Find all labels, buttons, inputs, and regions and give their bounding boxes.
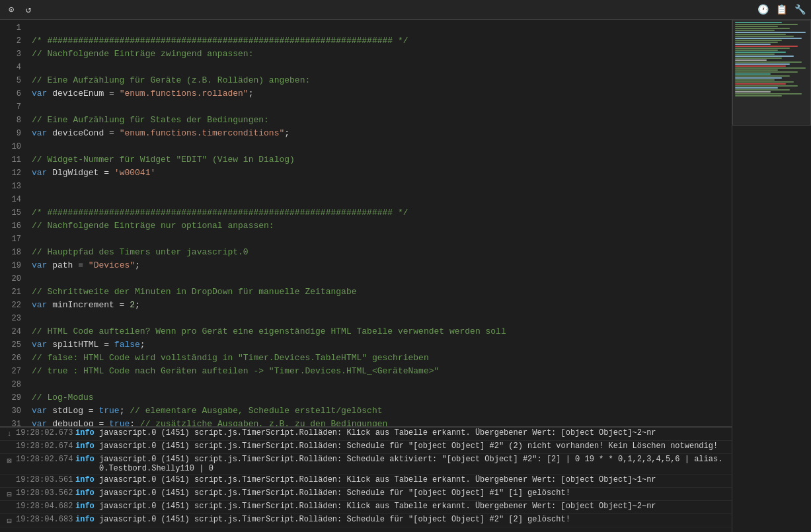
code-line	[32, 312, 732, 325]
log-level: info	[75, 475, 99, 484]
toolbar: ⊙ ↺ 🕐 📋 🔧	[0, 0, 811, 20]
line-number: 22	[5, 299, 21, 312]
log-level: info	[75, 502, 99, 511]
code-line: // Hauptpfad des Timers unter javascript…	[32, 246, 732, 259]
code-line: var debugLog = true; // zusätzliche Ausg…	[32, 418, 732, 426]
log-entry-icon	[3, 475, 16, 476]
code-line: // true : HTML Code nach Geräten aufteil…	[32, 365, 732, 378]
line-number: 8	[5, 114, 21, 127]
code-line: // Widget-Nummer für Widget "EDIT" (View…	[32, 153, 732, 167]
code-line: var minIncrement = 2;	[32, 299, 732, 312]
line-number: 19	[5, 259, 21, 272]
line-number: 18	[5, 246, 21, 259]
line-number: 3	[5, 48, 21, 61]
log-row[interactable]: 19:28:02.674infojavascript.0 (1451) scri…	[0, 441, 732, 454]
code-line	[32, 233, 732, 246]
code-line: var deviceCond = "enum.functions.timerco…	[32, 127, 732, 140]
line-number: 7	[5, 100, 21, 114]
code-line: // Nachfolgende Einträge nur optional an…	[32, 219, 732, 233]
line-number: 28	[5, 378, 21, 391]
target-icon[interactable]: ⊙	[5, 4, 17, 16]
log-row[interactable]: ⊟19:28:03.562infojavascript.0 (1451) scr…	[0, 488, 732, 501]
log-entry-icon: ↓	[3, 428, 16, 439]
toolbar-right: 🕐 📋 🔧	[757, 4, 806, 16]
line-number: 27	[5, 365, 21, 378]
minimap-viewport	[732, 20, 811, 126]
line-number: 21	[5, 285, 21, 299]
log-row[interactable]: ⊠19:28:02.674infojavascript.0 (1451) scr…	[0, 454, 732, 475]
line-number: 20	[5, 272, 21, 285]
code-line	[32, 180, 732, 193]
log-entry-icon: ⊠	[3, 455, 16, 466]
log-time: 19:28:03.562	[16, 488, 75, 498]
code-line: // Nachfolgende Einträge zwingend anpass…	[32, 48, 732, 61]
log-time: 19:28:03.561	[16, 475, 75, 484]
line-number: 25	[5, 338, 21, 352]
line-number: 29	[5, 391, 21, 404]
code-line: // false: HTML Code wird vollständig in …	[32, 352, 732, 365]
list-icon[interactable]: 📋	[775, 4, 787, 16]
log-message: javascript.0 (1451) script.js.TimerScrip…	[99, 502, 729, 511]
log-row[interactable]: ⊟19:28:04.683infojavascript.0 (1451) scr…	[0, 514, 732, 527]
line-number: 24	[5, 325, 21, 338]
line-number: 6	[5, 87, 21, 100]
log-row[interactable]: 19:28:03.561infojavascript.0 (1451) scri…	[0, 475, 732, 488]
log-time: 19:28:04.683	[16, 515, 75, 524]
line-number: 31	[5, 418, 21, 426]
line-number: 1	[5, 21, 21, 34]
code-line	[32, 193, 732, 206]
line-number: 10	[5, 140, 21, 153]
log-entry-icon	[3, 502, 16, 503]
code-line: // Log-Modus	[32, 391, 732, 404]
log-entry-icon	[3, 441, 16, 443]
code-line: // Schrittweite der Minuten in DropDown …	[32, 285, 732, 299]
main-area: 1234567891011121314151617181920212223242…	[0, 20, 811, 532]
code-line	[32, 378, 732, 391]
log-row[interactable]: 19:28:04.682infojavascript.0 (1451) scri…	[0, 501, 732, 514]
log-message: javascript.0 (1451) script.js.TimerScrip…	[99, 515, 729, 524]
line-number: 16	[5, 219, 21, 233]
log-entry-icon: ⊟	[3, 488, 16, 500]
code-content[interactable]: /* #####################################…	[26, 20, 732, 426]
code-line	[32, 272, 732, 285]
code-line: var deviceEnum = "enum.functions.rollade…	[32, 87, 732, 100]
log-message: javascript.0 (1451) script.js.TimerScrip…	[99, 441, 729, 451]
log-row[interactable]: ↓19:28:02.673infojavascript.0 (1451) scr…	[0, 428, 732, 441]
code-line: // Eine Aufzählung für Geräte (z.B. Roll…	[32, 74, 732, 87]
log-level: info	[75, 428, 99, 437]
line-number: 13	[5, 180, 21, 193]
log-level: info	[75, 441, 99, 451]
log-time: 19:28:02.673	[16, 428, 75, 437]
line-numbers: 1234567891011121314151617181920212223242…	[0, 20, 26, 426]
refresh-icon[interactable]: ↺	[22, 4, 34, 16]
line-number: 12	[5, 167, 21, 180]
toolbar-left: ⊙ ↺	[5, 4, 34, 16]
log-message: javascript.0 (1451) script.js.TimerScrip…	[99, 475, 729, 484]
code-line: /* #####################################…	[32, 34, 732, 48]
line-number: 5	[5, 74, 21, 87]
line-number: 26	[5, 352, 21, 365]
line-number: 15	[5, 206, 21, 219]
code-area[interactable]: 1234567891011121314151617181920212223242…	[0, 20, 732, 426]
code-line: var path = "Devices";	[32, 259, 732, 272]
code-line	[32, 100, 732, 114]
log-message: javascript.0 (1451) script.js.TimerScrip…	[99, 455, 729, 473]
code-line	[32, 61, 732, 74]
code-line: /* #####################################…	[32, 206, 732, 219]
line-number: 2	[5, 34, 21, 48]
wrench-icon[interactable]: 🔧	[794, 4, 806, 16]
code-line: var stdLog = true; // elementare Ausgabe…	[32, 404, 732, 418]
minimap	[732, 20, 811, 532]
line-number: 23	[5, 312, 21, 325]
line-number: 14	[5, 193, 21, 206]
log-message: javascript.0 (1451) script.js.TimerScrip…	[99, 428, 729, 437]
line-number: 4	[5, 61, 21, 74]
clock-icon[interactable]: 🕐	[757, 4, 769, 16]
line-number: 17	[5, 233, 21, 246]
log-time: 19:28:02.674	[16, 455, 75, 464]
code-line: var DlgWidget = 'w00041'	[32, 167, 732, 180]
log-panel[interactable]: ↓19:28:02.673infojavascript.0 (1451) scr…	[0, 426, 732, 532]
log-time: 19:28:02.674	[16, 441, 75, 451]
line-number: 30	[5, 404, 21, 418]
log-level: info	[75, 488, 99, 498]
